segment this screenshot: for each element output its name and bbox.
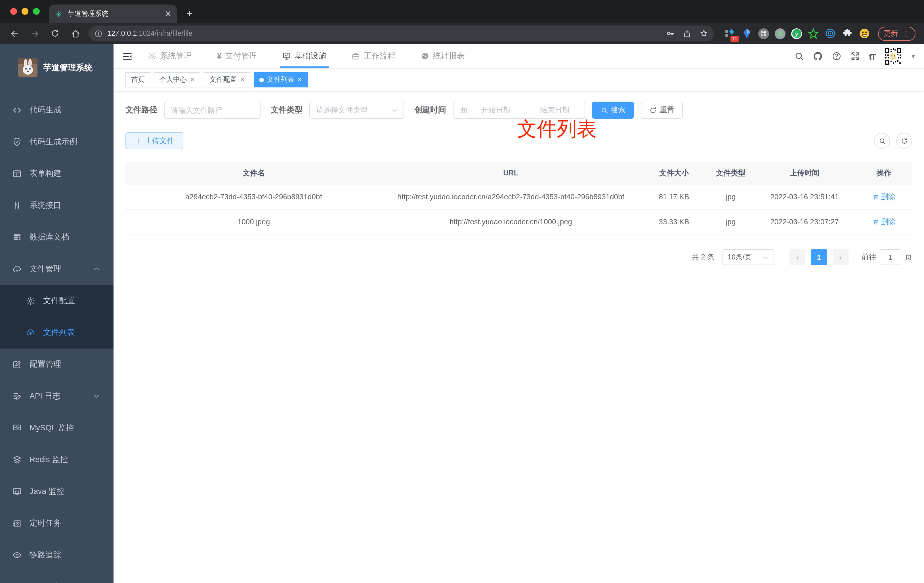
timer-icon: [12, 518, 22, 528]
minimize-window-button[interactable]: [21, 8, 28, 15]
extension-y-icon[interactable]: y: [791, 28, 802, 39]
tag-close-icon[interactable]: ✕: [239, 76, 244, 83]
show-search-icon[interactable]: [874, 133, 890, 149]
tag-file-config[interactable]: 文件配置✕: [204, 72, 250, 88]
upload-file-button[interactable]: 上传文件: [125, 132, 183, 149]
sidebar-item-scheduled-tasks[interactable]: 定时任务: [0, 507, 114, 539]
cell-upload-time: 2022-03-16 23:51:41: [753, 185, 856, 210]
file-type-select[interactable]: 请选择文件类型: [309, 102, 404, 119]
bookmark-star-icon[interactable]: [699, 29, 708, 38]
end-date-placeholder[interactable]: 结束日期: [531, 105, 578, 115]
briefcase-icon: [351, 52, 360, 61]
delete-button[interactable]: 删除: [872, 191, 896, 203]
page-content: 文件路径 文件类型 请选择文件类型 创建时间 开始日期 - 结束日期: [114, 91, 924, 583]
avatar[interactable]: [884, 48, 902, 65]
sidebar-item-trace[interactable]: 链路追踪: [0, 539, 114, 571]
file-path-input[interactable]: [171, 106, 254, 114]
gear-icon: [26, 296, 36, 306]
extension-star-icon[interactable]: [808, 28, 819, 39]
avatar-caret-icon[interactable]: ▼: [911, 53, 916, 59]
delete-button[interactable]: 删除: [872, 216, 896, 228]
extension-balloon-icon[interactable]: [741, 28, 752, 39]
tag-close-icon[interactable]: ✕: [190, 76, 195, 83]
extension-diamond-icon[interactable]: 11: [724, 28, 736, 39]
tab-close-icon[interactable]: ✕: [165, 10, 172, 18]
search-button[interactable]: 搜索: [592, 102, 634, 119]
nav-payment-management[interactable]: ¥ 支付管理: [217, 44, 257, 68]
site-favicon: [54, 9, 63, 18]
sidebar-fold-icon[interactable]: [116, 44, 139, 68]
cell-file-size: 33.33 KB: [640, 210, 708, 234]
sidebar-item-form-builder[interactable]: 表单构建: [0, 158, 114, 190]
nav-system-management[interactable]: 系统管理: [148, 44, 192, 68]
sidebar-item-db-doc[interactable]: 数据库文档: [0, 221, 114, 253]
sidebar-item-file-management[interactable]: 文件管理: [0, 253, 114, 285]
extensions-area: 11 ⌘ y 更新 ⋮: [724, 26, 916, 41]
calendar-icon: [460, 106, 468, 114]
refresh-table-icon[interactable]: [896, 133, 912, 149]
zoom-window-button[interactable]: [33, 8, 40, 15]
goto-page-input[interactable]: [880, 249, 901, 265]
page-size-select[interactable]: 10条/页: [723, 249, 774, 265]
main-panel: 系统管理 ¥ 支付管理 基础设施 工作流程: [114, 44, 924, 583]
sidebar-item-api-log[interactable]: API 日志: [0, 380, 114, 412]
forward-icon[interactable]: [27, 26, 42, 41]
sidebar-item-config-management[interactable]: 配置管理: [0, 348, 114, 380]
pagination-total: 共 2 条: [691, 252, 714, 263]
sidebar-logo[interactable]: 芋道管理系统: [0, 44, 114, 88]
tag-file-list[interactable]: 文件列表✕: [254, 72, 308, 88]
browser-tab[interactable]: 芋道管理系统 ✕: [49, 5, 177, 23]
sidebar-item-redis-monitor[interactable]: Redis 监控: [0, 444, 114, 476]
nav-infrastructure[interactable]: 基础设施: [282, 44, 326, 68]
fullscreen-icon[interactable]: [850, 51, 860, 61]
col-actions: 操作: [856, 162, 912, 185]
nav-statistics-report[interactable]: 统计报表: [421, 44, 465, 68]
address-bar[interactable]: 127.0.0.1:1024/infra/file/file: [89, 26, 714, 41]
tag-profile[interactable]: 个人中心✕: [154, 72, 200, 88]
tag-close-icon[interactable]: ✕: [297, 76, 302, 83]
sidebar-item-code-generation[interactable]: 代码生成: [0, 94, 114, 126]
sidebar-item-log-center[interactable]: 日志中心: [0, 571, 114, 583]
next-page-button[interactable]: ›: [833, 249, 848, 265]
cell-url: http://test.yudao.iocoder.cn/1000.jpeg: [382, 210, 640, 234]
browser-update-button[interactable]: 更新 ⋮: [878, 26, 916, 41]
extension-puzzle-icon[interactable]: [842, 28, 853, 39]
note-edit-icon: [12, 391, 22, 401]
sidebar-item-system-api[interactable]: 系统接口: [0, 190, 114, 221]
start-date-placeholder[interactable]: 开始日期: [472, 105, 520, 115]
cell-file-size: 81.17 KB: [640, 185, 708, 210]
extension-badge: 11: [731, 35, 739, 42]
close-window-button[interactable]: [10, 8, 17, 15]
browser-menu-icon[interactable]: ⋮: [903, 29, 910, 38]
sidebar-item-code-example[interactable]: 代码生成示例: [0, 126, 114, 158]
extension-command-icon[interactable]: ⌘: [758, 28, 769, 39]
sidebar: 芋道管理系统 代码生成 代码生成示例 表单构建 系统接口: [0, 44, 114, 583]
help-icon[interactable]: [832, 51, 842, 61]
site-info-icon[interactable]: [94, 29, 103, 38]
sidebar-item-file-config[interactable]: 文件配置: [0, 285, 114, 317]
extension-dot-icon[interactable]: [775, 28, 785, 39]
font-size-icon[interactable]: tT: [869, 51, 876, 61]
prev-page-button[interactable]: ‹: [789, 249, 805, 265]
extension-emoji-icon[interactable]: [859, 28, 870, 39]
date-separator: -: [524, 106, 527, 114]
yen-icon: ¥: [217, 51, 222, 61]
sidebar-menu: 代码生成 代码生成示例 表单构建 系统接口 数据库文档: [0, 88, 114, 583]
reload-icon[interactable]: [48, 26, 63, 41]
reset-button[interactable]: 重置: [641, 102, 683, 119]
password-key-icon[interactable]: [666, 29, 675, 38]
back-icon[interactable]: [7, 26, 21, 41]
home-icon[interactable]: [68, 26, 83, 41]
sidebar-item-java-monitor[interactable]: Java 监控: [0, 476, 114, 507]
nav-workflow[interactable]: 工作流程: [351, 44, 396, 68]
page-number-current[interactable]: 1: [811, 249, 827, 265]
tag-home[interactable]: 首页: [125, 72, 150, 88]
extension-rings-icon[interactable]: [825, 28, 836, 39]
sidebar-item-mysql-monitor[interactable]: MySQL 监控: [0, 412, 114, 444]
sidebar-item-file-list[interactable]: 文件列表: [0, 317, 114, 348]
table-header-row: 文件名 URL 文件大小 文件类型 上传时间 操作: [125, 162, 912, 185]
search-icon[interactable]: [794, 51, 804, 61]
new-tab-button[interactable]: +: [182, 6, 198, 21]
github-icon[interactable]: [813, 51, 823, 61]
share-icon[interactable]: [683, 29, 691, 38]
